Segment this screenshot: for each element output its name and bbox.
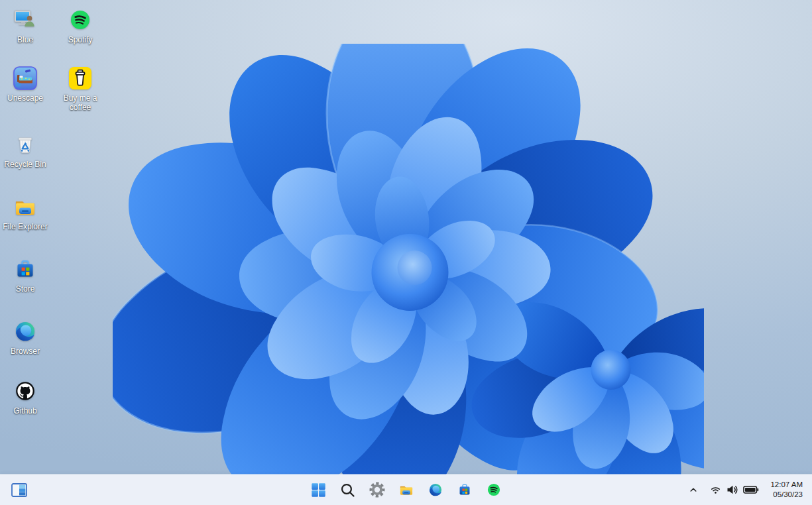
desktop-icon-blue[interactable]: Blue bbox=[0, 5, 51, 46]
search-icon bbox=[339, 482, 356, 498]
volume-icon bbox=[726, 484, 738, 495]
quick-settings-button[interactable] bbox=[704, 477, 765, 502]
desktop-icon-recycle-bin[interactable]: Recycle Bin bbox=[0, 130, 51, 170]
taskbar: 12:07 AM 05/30/23 bbox=[0, 475, 812, 505]
desktop-icon-label: Blue bbox=[17, 35, 33, 44]
edge-browser-icon bbox=[427, 481, 444, 498]
desktop-icon-label: Browser bbox=[11, 347, 40, 356]
microsoft-store-icon bbox=[456, 481, 473, 498]
chevron-up-icon bbox=[689, 485, 698, 494]
desktop-icon-label: File Explorer bbox=[3, 222, 47, 231]
clock-button[interactable]: 12:07 AM 05/30/23 bbox=[766, 477, 809, 502]
desktop-icon-label: Buy me a coffee bbox=[55, 93, 105, 112]
folder-icon bbox=[12, 194, 38, 220]
github-icon bbox=[12, 378, 38, 404]
desktop-icon-unescape[interactable]: Unescape bbox=[0, 64, 51, 104]
desktop-icon-browser[interactable]: Browser bbox=[0, 317, 51, 357]
desktop-icon-label: Recycle Bin bbox=[4, 160, 46, 169]
unescape-game-icon bbox=[12, 65, 38, 91]
tray-chevron-button[interactable] bbox=[684, 477, 703, 502]
desktop-icon-github[interactable]: Github bbox=[0, 376, 51, 417]
desktop-icon-label: Github bbox=[13, 406, 36, 416]
start-button[interactable] bbox=[306, 477, 331, 502]
wallpaper-bloom-image bbox=[113, 44, 704, 475]
desktop-icon-label: Unescape bbox=[7, 93, 43, 103]
file-explorer-button[interactable] bbox=[394, 477, 419, 502]
spotify-button[interactable] bbox=[481, 477, 506, 502]
coffee-cup-icon bbox=[67, 65, 93, 91]
clock-time: 12:07 AM bbox=[770, 480, 803, 490]
desktop: Blue Spotify Unescape bbox=[0, 0, 812, 505]
taskbar-center-apps bbox=[306, 477, 506, 502]
spotify-icon bbox=[485, 481, 502, 498]
clock-date: 05/30/23 bbox=[773, 490, 803, 500]
system-tray: 12:07 AM 05/30/23 bbox=[684, 475, 809, 505]
desktop-icon-spotify[interactable]: Spotify bbox=[54, 5, 106, 46]
recycle-bin-icon bbox=[12, 131, 38, 158]
store-button[interactable] bbox=[452, 477, 477, 502]
desktop-icon-label: Store bbox=[16, 284, 35, 294]
gear-icon bbox=[369, 481, 386, 498]
spotify-icon bbox=[67, 7, 93, 33]
task-panel-icon bbox=[11, 483, 27, 497]
windows-start-icon bbox=[310, 482, 327, 498]
microsoft-store-icon bbox=[12, 256, 38, 282]
edge-button[interactable] bbox=[423, 477, 448, 502]
edge-browser-icon bbox=[12, 318, 38, 345]
folder-icon bbox=[398, 481, 415, 498]
wifi-icon bbox=[710, 484, 721, 495]
desktop-icon-file-explorer[interactable]: File Explorer bbox=[0, 192, 51, 233]
desktop-icon-label: Spotify bbox=[68, 35, 93, 44]
search-button[interactable] bbox=[335, 477, 361, 502]
settings-button[interactable] bbox=[365, 477, 390, 502]
desktop-icon-buy-me-a-coffee[interactable]: Buy me a coffee bbox=[54, 64, 106, 113]
widgets-button[interactable] bbox=[7, 477, 32, 502]
desktop-icon-store[interactable]: Store bbox=[0, 254, 51, 295]
remote-desktop-icon bbox=[12, 7, 38, 33]
battery-icon bbox=[743, 485, 759, 494]
